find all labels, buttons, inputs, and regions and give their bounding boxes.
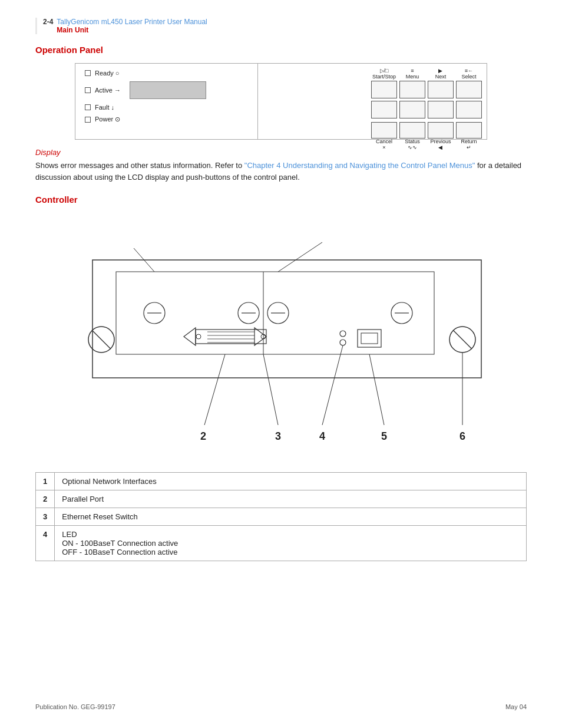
table-num-4: 4 xyxy=(36,526,55,561)
svg-line-31 xyxy=(369,354,384,425)
table-row: 4 LED ON - 100BaseT Connection active OF… xyxy=(36,526,527,561)
led-active: Active → xyxy=(85,87,121,94)
btn-previous[interactable] xyxy=(428,122,454,139)
svg-text:6: 6 xyxy=(459,430,465,442)
controller-svg: 2 3 4 5 6 xyxy=(69,213,493,460)
button-row-top: ▷/□Start/Stop ≡Menu ▶Next ≡←Select xyxy=(263,68,482,98)
btn-label-return: Return↵ xyxy=(461,139,477,151)
table-row: 2 Parallel Port xyxy=(36,490,527,508)
btn-group-startstop: ▷/□Start/Stop xyxy=(371,68,397,98)
btn-next[interactable] xyxy=(428,81,454,98)
svg-point-19 xyxy=(196,334,201,339)
btn-group-status: Status∿∿ xyxy=(399,122,425,151)
table-row: 3 Ethernet Reset Switch xyxy=(36,508,527,526)
led-box-power xyxy=(85,117,91,123)
operation-panel-title: Operation Panel xyxy=(35,45,527,55)
op-panel-left: Ready ○ Active → Fault ↓ Power ⊙ xyxy=(75,64,258,139)
manual-title: TallyGenicom mL450 Laser Printer User Ma… xyxy=(57,18,207,26)
table-desc-4: LED ON - 100BaseT Connection active OFF … xyxy=(55,526,527,561)
btn-label-select: ≡←Select xyxy=(461,68,476,80)
display-text-before: Shows error messages and other status in… xyxy=(35,161,244,170)
svg-line-30 xyxy=(322,345,343,425)
operation-panel-section: Operation Panel Ready ○ Active → xyxy=(35,45,527,183)
controller-title: Controller xyxy=(35,195,527,205)
table-desc-2: Parallel Port xyxy=(55,490,527,508)
svg-rect-25 xyxy=(361,333,378,344)
svg-text:3: 3 xyxy=(275,430,281,442)
controller-section: Controller xyxy=(35,195,527,561)
svg-text:4: 4 xyxy=(319,430,325,442)
lcd-display xyxy=(130,81,206,99)
btn-group-previous: Previous◀ xyxy=(428,122,454,151)
table-row: 1 Optional Network Interfaces xyxy=(36,473,527,490)
svg-line-12 xyxy=(92,330,111,349)
btn-group-menu: ≡Menu xyxy=(399,68,425,98)
page-number: 2-4 xyxy=(43,18,53,26)
table-desc-3: Ethernet Reset Switch xyxy=(55,508,527,526)
svg-line-34 xyxy=(278,242,322,272)
btn-label-next: ▶Next xyxy=(435,68,447,80)
btn-cancel[interactable] xyxy=(371,122,397,139)
table-num-2: 2 xyxy=(36,490,55,508)
svg-rect-14 xyxy=(196,330,266,344)
op-panel-right: ▷/□Start/Stop ≡Menu ▶Next ≡←Select xyxy=(258,64,487,139)
led-ready: Ready ○ xyxy=(85,70,248,77)
led-label-fault: Fault ↓ xyxy=(95,104,114,111)
button-row-mid xyxy=(263,101,482,118)
btn-label-cancel: Cancel× xyxy=(376,139,392,151)
svg-line-27 xyxy=(453,330,472,349)
display-link[interactable]: "Chapter 4 Understanding and Navigating … xyxy=(244,161,475,170)
section-title-header: Main Unit xyxy=(57,26,207,34)
btn-label-startstop: ▷/□Start/Stop xyxy=(372,68,396,80)
svg-line-28 xyxy=(204,354,225,425)
btn-label-menu: ≡Menu xyxy=(406,68,419,80)
led-active-row: Active → xyxy=(85,81,248,99)
footer-left: Publication No. GEG-99197 xyxy=(35,703,115,710)
display-section: Display Shows error messages and other s… xyxy=(35,148,527,183)
btn-label-previous: Previous◀ xyxy=(430,139,451,151)
display-description: Shows error messages and other status in… xyxy=(35,160,527,183)
controller-info-table: 1 Optional Network Interfaces 2 Parallel… xyxy=(35,472,527,561)
led-label-ready: Ready ○ xyxy=(95,70,120,77)
table-num-3: 3 xyxy=(36,508,55,526)
led-box-fault xyxy=(85,104,91,110)
btn-label-status: Status∿∿ xyxy=(405,139,420,151)
btn-mid-1[interactable] xyxy=(371,101,397,118)
btn-group-select: ≡←Select xyxy=(456,68,482,98)
page-header: 2-4 TallyGenicom mL450 Laser Printer Use… xyxy=(35,18,527,34)
btn-group-next: ▶Next xyxy=(428,68,454,98)
btn-mid-2[interactable] xyxy=(399,101,425,118)
svg-text:5: 5 xyxy=(381,430,387,442)
btn-group-cancel: Cancel× xyxy=(371,122,397,151)
operation-panel-diagram: Ready ○ Active → Fault ↓ Power ⊙ xyxy=(75,63,487,140)
led-power: Power ⊙ xyxy=(85,116,248,123)
svg-marker-13 xyxy=(184,328,196,345)
btn-return[interactable] xyxy=(456,122,482,139)
btn-menu[interactable] xyxy=(399,81,425,98)
btn-group-return: Return↵ xyxy=(456,122,482,151)
svg-text:2: 2 xyxy=(200,430,206,442)
table-num-1: 1 xyxy=(36,473,55,490)
led-box-ready xyxy=(85,70,91,76)
table-desc-1: Optional Network Interfaces xyxy=(55,473,527,490)
btn-mid-4[interactable] xyxy=(456,101,482,118)
svg-marker-21 xyxy=(254,328,266,345)
btn-startstop[interactable] xyxy=(371,81,397,98)
btn-status[interactable] xyxy=(399,122,425,139)
button-row-bottom: Cancel× Status∿∿ Previous◀ Return↵ xyxy=(263,122,482,151)
page-footer: Publication No. GEG-99197 May 04 xyxy=(35,703,527,710)
led-box-active xyxy=(85,87,91,93)
svg-point-23 xyxy=(340,340,346,345)
btn-mid-3[interactable] xyxy=(428,101,454,118)
svg-point-22 xyxy=(340,331,346,337)
svg-line-29 xyxy=(263,354,278,425)
led-fault: Fault ↓ xyxy=(85,104,248,111)
controller-diagram: 2 3 4 5 6 xyxy=(69,213,493,460)
page: 2-4 TallyGenicom mL450 Laser Printer Use… xyxy=(0,0,562,728)
led-label-power: Power ⊙ xyxy=(95,116,120,123)
header-title-block: TallyGenicom mL450 Laser Printer User Ma… xyxy=(57,18,207,34)
footer-right: May 04 xyxy=(505,703,527,710)
btn-select[interactable] xyxy=(456,81,482,98)
led-label-active: Active → xyxy=(95,87,121,94)
